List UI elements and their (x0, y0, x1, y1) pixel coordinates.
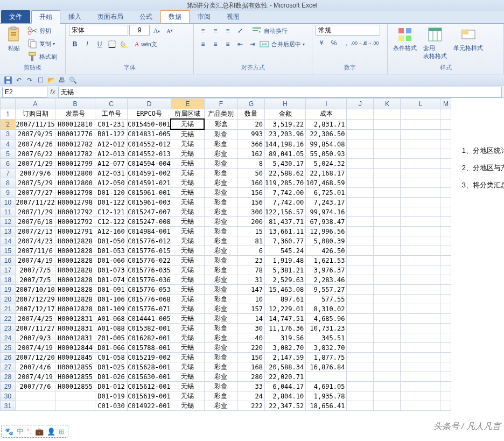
data-cell[interactable]: 22,168.17 (306, 169, 347, 178)
col-header-G[interactable]: G (237, 99, 264, 109)
data-cell[interactable]: 2007/10/10 (16, 285, 55, 295)
data-cell[interactable] (16, 401, 55, 411)
data-cell[interactable]: H00012828 (55, 265, 95, 275)
data-cell[interactable]: 无锡 (171, 382, 204, 391)
data-cell[interactable]: 无锡 (171, 159, 204, 169)
data-cell[interactable]: 107,468.59 (306, 178, 347, 188)
col-header-F[interactable]: F (204, 99, 237, 109)
data-cell[interactable]: 16,876.84 (306, 362, 347, 372)
data-cell[interactable]: 无锡 (171, 207, 204, 217)
data-cell[interactable]: C014552-013 (128, 149, 171, 159)
data-cell[interactable]: C01-030 (95, 401, 128, 411)
data-cell[interactable]: D01-106 (95, 295, 128, 304)
data-cell[interactable]: A12-160 (95, 227, 128, 236)
data-cell[interactable]: C015776-035 (128, 265, 171, 275)
data-cell[interactable]: 2007/11/27 (16, 324, 55, 333)
border-button[interactable] (106, 38, 118, 50)
data-cell[interactable]: 2007/4/25 (16, 314, 55, 324)
data-cell[interactable]: 无锡 (171, 314, 204, 324)
row-header[interactable]: 4 (1, 139, 16, 149)
data-cell[interactable]: D01-050 (95, 236, 128, 246)
data-cell[interactable]: 156 (237, 198, 264, 207)
tab-data[interactable]: 数据 (160, 10, 190, 23)
data-cell[interactable]: 彩盒 (204, 304, 237, 314)
font-size-select[interactable]: 9 (129, 25, 150, 36)
col-header-L[interactable]: L (401, 99, 440, 109)
header-cell[interactable]: 工单号 (95, 109, 128, 120)
worksheet[interactable]: ABCDEFGHIJKLM 1订购日期发票号工单号ERPCO号所属区域产品类别数… (0, 98, 504, 437)
data-cell[interactable]: 55,050.93 (306, 149, 347, 159)
data-cell[interactable]: 无锡 (171, 236, 204, 246)
data-cell[interactable]: 2007/7/5 (16, 265, 55, 275)
data-cell[interactable]: C015450-001 (128, 119, 171, 129)
data-cell[interactable]: 31 (237, 275, 264, 285)
data-cell[interactable]: 彩盒 (204, 246, 237, 256)
align-bottom-button[interactable]: ≡ (222, 25, 234, 37)
data-cell[interactable]: 22,347.52 (264, 401, 305, 411)
data-cell[interactable]: 无锡 (171, 246, 204, 256)
data-cell[interactable]: 无锡 (171, 178, 204, 188)
data-cell[interactable]: C015247-007 (128, 207, 171, 217)
data-cell[interactable]: 2007/1/29 (16, 159, 55, 169)
data-cell[interactable]: 5,080.39 (306, 236, 347, 246)
data-cell[interactable]: 157 (237, 304, 264, 314)
col-header-E[interactable]: E (171, 99, 204, 109)
data-cell[interactable]: 81 (237, 236, 264, 246)
qat-preview-button[interactable]: 🔍 (68, 75, 78, 85)
data-cell[interactable]: 168 (237, 362, 264, 372)
data-cell[interactable]: 无锡 (171, 372, 204, 382)
data-cell[interactable]: 2007/11/6 (16, 246, 55, 256)
row-header[interactable]: 10 (1, 198, 16, 207)
data-cell[interactable]: 15 (237, 227, 264, 236)
data-cell[interactable]: 2007/4/6 (16, 362, 55, 372)
data-cell[interactable]: 彩盒 (204, 159, 237, 169)
underline-button[interactable]: U (94, 38, 106, 50)
data-cell[interactable]: 6 (237, 246, 264, 256)
data-cell[interactable]: 2,529.63 (264, 275, 305, 285)
data-cell[interactable]: H00012799 (55, 159, 95, 169)
col-header-A[interactable]: A (16, 99, 55, 109)
data-cell[interactable]: 彩盒 (204, 324, 237, 333)
data-cell[interactable]: 15,463.08 (264, 285, 305, 295)
data-cell[interactable]: 彩盒 (204, 285, 237, 295)
data-cell[interactable]: D01-060 (95, 256, 128, 265)
row-header[interactable]: 18 (1, 275, 16, 285)
data-cell[interactable]: H00012828 (55, 246, 95, 256)
merge-center-button[interactable]: 合并后居中▾ (259, 38, 305, 50)
col-header-C[interactable]: C (95, 99, 128, 109)
data-cell[interactable]: 222 (237, 401, 264, 411)
data-cell[interactable]: H00012831 (55, 324, 95, 333)
data-cell[interactable]: A01-088 (95, 324, 128, 333)
data-cell[interactable]: 99,974.16 (306, 207, 347, 217)
decrease-indent-button[interactable]: ⇤ (234, 38, 246, 50)
data-cell[interactable]: 2007/6/22 (16, 149, 55, 159)
data-cell[interactable]: C015619-001 (128, 391, 171, 401)
percent-button[interactable]: % (328, 37, 340, 49)
row-header[interactable]: 25 (1, 343, 16, 353)
data-cell[interactable]: 4,685.96 (306, 314, 347, 324)
data-cell[interactable]: 彩盒 (204, 391, 237, 401)
phonetic-button[interactable]: wén文 (143, 38, 155, 50)
data-cell[interactable]: D01-066 (95, 343, 128, 353)
tab-home[interactable]: 开始 (31, 10, 60, 24)
data-cell[interactable]: D01-122 (95, 198, 128, 207)
data-cell[interactable]: 147 (237, 285, 264, 295)
data-cell[interactable]: 2007/11/15 (16, 119, 55, 129)
data-cell[interactable]: H00012800 (55, 169, 95, 178)
data-cell[interactable]: 彩盒 (204, 236, 237, 246)
data-cell[interactable]: D01-025 (95, 362, 128, 372)
row-header[interactable]: 24 (1, 333, 16, 343)
data-cell[interactable]: H00012782 (55, 149, 95, 159)
data-cell[interactable]: 2007/7/5 (16, 275, 55, 285)
font-name-select[interactable]: 宋体 (69, 25, 128, 36)
orientation-button[interactable]: ⤢ (234, 25, 246, 37)
data-cell[interactable]: 彩盒 (204, 188, 237, 198)
tab-insert[interactable]: 插入 (60, 10, 89, 23)
decrease-decimal-button[interactable]: .0→.00 (365, 37, 377, 49)
data-cell[interactable]: 彩盒 (204, 149, 237, 159)
name-box[interactable]: E2 (2, 87, 47, 97)
data-cell[interactable]: 22,020.71 (264, 372, 305, 382)
data-cell[interactable]: C014552-012 (128, 139, 171, 149)
row-header[interactable]: 2 (1, 119, 16, 129)
data-cell[interactable]: 78 (237, 265, 264, 275)
